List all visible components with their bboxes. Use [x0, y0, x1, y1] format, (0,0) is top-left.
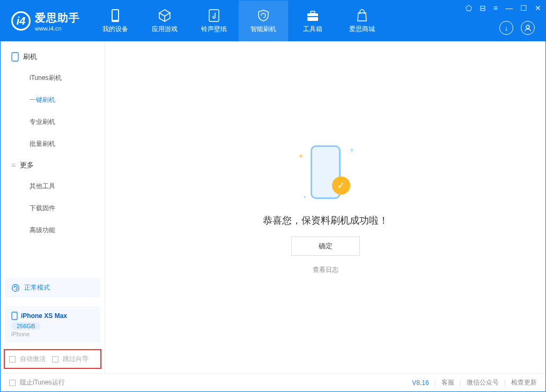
music-file-icon — [207, 9, 221, 23]
tab-label: 工具箱 — [303, 25, 322, 34]
tshirt-icon[interactable]: ⬠ — [466, 4, 472, 12]
svg-rect-9 — [12, 312, 17, 320]
checkbox-block-itunes[interactable] — [9, 380, 16, 386]
sidebar-item-advanced[interactable]: 高级功能 — [1, 219, 105, 241]
sidebar-item-itunes-flash[interactable]: iTunes刷机 — [1, 67, 105, 89]
options-row-highlighted: 自动激活 跳过向导 — [4, 349, 101, 369]
download-icon[interactable]: ↓ — [499, 21, 513, 35]
svg-rect-4 — [311, 11, 315, 13]
app-subtitle: www.i4.cn — [35, 25, 80, 32]
phone-icon — [108, 9, 122, 23]
app-header: i4 爱思助手 www.i4.cn 我的设备 应用游戏 铃声壁纸 智能刷机 工具… — [1, 1, 545, 41]
close-button[interactable]: ✕ — [535, 4, 541, 12]
sidebar: 刷机 iTunes刷机 一键刷机 专业刷机 批量刷机 ≡ 更多 其他工具 下载固… — [1, 41, 105, 373]
sparkle-icon: • — [304, 194, 306, 200]
minimize-button[interactable]: — — [505, 4, 513, 12]
device-mode-block[interactable]: 正常模式 — [5, 278, 100, 298]
feedback-icon[interactable]: ⊟ — [479, 4, 486, 12]
sidebar-item-other-tools[interactable]: 其他工具 — [1, 175, 105, 197]
tab-label: 智能刷机 — [250, 25, 276, 34]
header-right-icons: ↓ — [499, 21, 535, 35]
check-badge-icon: ✓ — [332, 176, 350, 195]
device-info-block[interactable]: iPhone XS Max 256GB iPhone — [5, 306, 100, 343]
success-message: 恭喜您，保资料刷机成功啦！ — [263, 214, 388, 227]
sidebar-item-oneclick-flash[interactable]: 一键刷机 — [1, 89, 105, 111]
device-name: iPhone XS Max — [21, 312, 67, 320]
opt-skip-guide-label: 跳过向导 — [63, 354, 88, 364]
tab-my-device[interactable]: 我的设备 — [91, 1, 140, 41]
tab-ringtone-wallpaper[interactable]: 铃声壁纸 — [189, 1, 239, 41]
logo-text: 爱思助手 www.i4.cn — [35, 11, 80, 32]
sidebar-scroll: 刷机 iTunes刷机 一键刷机 专业刷机 批量刷机 ≡ 更多 其他工具 下载固… — [1, 41, 105, 273]
block-itunes-label: 阻止iTunes运行 — [20, 378, 65, 387]
tab-smart-flash[interactable]: 智能刷机 — [239, 1, 288, 41]
svg-rect-5 — [307, 16, 318, 17]
footer-left: 阻止iTunes运行 — [9, 378, 65, 387]
success-illustration: ✦ ＋ • ✓ — [293, 140, 358, 204]
separator: | — [434, 379, 436, 387]
logo-icon: i4 — [11, 11, 31, 31]
tab-toolbox[interactable]: 工具箱 — [288, 1, 337, 41]
list-icon: ≡ — [11, 161, 16, 169]
app-title: 爱思助手 — [35, 11, 80, 25]
checkbox-skip-guide[interactable] — [52, 356, 58, 363]
ok-button[interactable]: 确定 — [291, 236, 360, 256]
nav-tabs: 我的设备 应用游戏 铃声壁纸 智能刷机 工具箱 爱思商城 — [91, 1, 387, 41]
device-type: iPhone — [11, 331, 94, 337]
shopping-bag-icon — [355, 9, 369, 23]
checkbox-auto-activate[interactable] — [9, 356, 16, 363]
group-title-text: 刷机 — [23, 52, 37, 62]
svg-rect-2 — [209, 10, 219, 21]
check-update-link[interactable]: 检查更新 — [511, 378, 537, 387]
sidebar-group-more: ≡ 更多 — [1, 155, 105, 175]
wechat-link[interactable]: 微信公众号 — [467, 378, 499, 387]
menu-icon[interactable]: ≡ — [493, 4, 498, 12]
body: 刷机 iTunes刷机 一键刷机 专业刷机 批量刷机 ≡ 更多 其他工具 下载固… — [1, 41, 545, 373]
mode-label: 正常模式 — [24, 283, 50, 292]
group-title-text: 更多 — [20, 160, 34, 170]
window-controls: ⬠ ⊟ ≡ — ☐ ✕ — [466, 4, 541, 12]
sidebar-item-pro-flash[interactable]: 专业刷机 — [1, 111, 105, 133]
refresh-circle-icon — [11, 284, 20, 292]
support-link[interactable]: 客服 — [441, 378, 454, 387]
sidebar-item-download-firmware[interactable]: 下载固件 — [1, 197, 105, 219]
footer: 阻止iTunes运行 V8.16 | 客服 | 微信公众号 | 检查更新 — [1, 373, 545, 391]
sidebar-item-batch-flash[interactable]: 批量刷机 — [1, 133, 105, 155]
separator: | — [504, 379, 506, 387]
svg-point-8 — [12, 284, 19, 291]
device-capacity: 256GB — [11, 322, 40, 330]
svg-point-6 — [526, 25, 529, 28]
phone-small-icon — [11, 312, 18, 320]
cube-icon — [158, 9, 172, 23]
shield-refresh-icon — [256, 9, 270, 23]
user-icon[interactable] — [521, 21, 535, 35]
tab-store[interactable]: 爱思商城 — [337, 1, 387, 41]
maximize-button[interactable]: ☐ — [520, 4, 527, 12]
separator: | — [460, 379, 461, 387]
sparkle-icon: ✦ — [298, 152, 304, 160]
briefcase-icon — [306, 9, 320, 23]
tab-label: 我的设备 — [102, 25, 128, 34]
opt-auto-activate-label: 自动激活 — [20, 354, 46, 364]
tab-label: 应用游戏 — [152, 25, 178, 34]
tab-apps-games[interactable]: 应用游戏 — [140, 1, 189, 41]
logo-area: i4 爱思助手 www.i4.cn — [1, 11, 91, 32]
sparkle-icon: ＋ — [348, 145, 356, 155]
tab-label: 铃声壁纸 — [201, 25, 227, 34]
svg-rect-7 — [12, 53, 18, 61]
view-log-link[interactable]: 查看日志 — [313, 265, 338, 275]
svg-rect-1 — [113, 10, 118, 20]
device-icon — [11, 52, 19, 62]
tab-label: 爱思商城 — [349, 25, 375, 34]
sidebar-group-flash: 刷机 — [1, 47, 105, 67]
version-label: V8.16 — [412, 379, 429, 387]
footer-right: V8.16 | 客服 | 微信公众号 | 检查更新 — [412, 378, 537, 387]
content-area: ✦ ＋ • ✓ 恭喜您，保资料刷机成功啦！ 确定 查看日志 — [105, 41, 545, 373]
